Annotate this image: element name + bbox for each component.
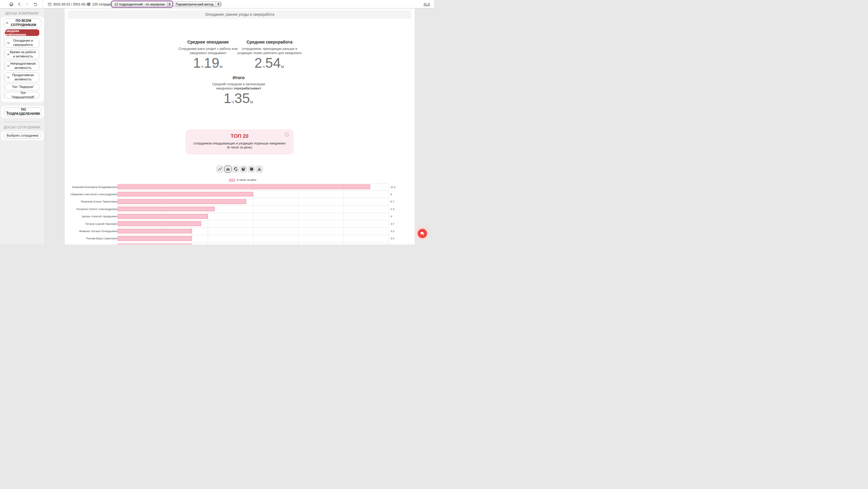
person-icon <box>87 2 91 6</box>
pie-chart-icon[interactable] <box>240 166 247 172</box>
chevron-down-icon <box>6 111 8 113</box>
chevron-down-icon <box>7 42 10 44</box>
calendar-icon <box>48 2 52 6</box>
total-card: Итого Средний сотрудник в организации еж… <box>201 75 276 105</box>
top20-subtitle: сотрудников опаздывающих и уходящих пора… <box>185 141 294 145</box>
sidebar-item-productive[interactable]: Продуктивная активность <box>5 72 39 82</box>
help-icon-departments[interactable]: ? <box>167 2 170 6</box>
row-separator <box>118 190 389 191</box>
page-title: Опоздания, ранние уходы и сверхработа <box>68 10 411 19</box>
sidebar-item-unproductive[interactable]: Непродуктивная активность <box>5 61 39 71</box>
total-subtitle: Средний сотрудник в организации <box>201 82 276 87</box>
row-separator <box>118 213 389 213</box>
row-separator <box>118 220 389 220</box>
sidebar-item-by-departments[interactable]: ПО ПОДРАЗДЕЛЕНИЯМ <box>4 107 41 117</box>
avg-lateness-value: 1 ч 19 м <box>173 56 243 70</box>
legend-swatch <box>229 179 235 182</box>
chevron-up-icon <box>6 22 8 24</box>
toolbar: 2021-02-01 / 2021-02-28 120 сотрудников … <box>0 0 434 8</box>
row-label: Петренко Олеся Александровна <box>65 208 117 210</box>
help-icon-method[interactable]: ? <box>218 2 222 6</box>
row-value: 3.3 <box>391 230 394 233</box>
back-icon[interactable] <box>18 2 21 6</box>
bar <box>118 214 208 219</box>
departments-select[interactable]: 12 подразделений - по иерархии <box>112 1 173 7</box>
row-separator <box>118 198 389 198</box>
by-departments-panel: ПО ПОДРАЗДЕЛЕНИЯМ <box>1 106 44 118</box>
row-value: 5.7 <box>391 200 394 203</box>
row-value: 6 <box>391 193 392 196</box>
gridline <box>253 183 253 244</box>
row-separator <box>118 242 389 242</box>
exploded-pie-chart-icon[interactable] <box>248 166 255 172</box>
avg-lateness-card: Среднее опоздание Сотрудники рано уходят… <box>173 40 243 70</box>
app-window: 2021-02-01 / 2021-02-28 120 сотрудников … <box>0 0 434 244</box>
row-separator <box>118 183 389 184</box>
row-value: 4.3 <box>391 208 394 210</box>
chevron-down-icon <box>7 54 10 55</box>
row-separator <box>118 235 389 235</box>
forward-icon[interactable] <box>25 2 29 6</box>
bar <box>118 184 370 189</box>
method-select[interactable]: Параметрический метод <box>173 1 221 7</box>
departments-select-value: 12 подразделений - по иерархии <box>114 2 165 6</box>
row-separator <box>118 227 389 228</box>
toolbar-divider <box>42 0 43 8</box>
top20-title: ТОП 20 <box>185 133 294 139</box>
sidebar-item-worktime[interactable]: Время на работе и активность <box>5 49 39 59</box>
bar <box>118 243 192 244</box>
row-value: 3.3 <box>391 237 394 240</box>
chat-icon <box>418 229 427 238</box>
pyramid-chart-icon[interactable] <box>256 166 263 172</box>
gridline <box>298 183 299 244</box>
home-icon[interactable] <box>9 2 13 6</box>
row-label: Попова Вера Саматовна <box>65 237 117 240</box>
avg-overwork-subtitle: сотрудников, приходящих раньше и <box>235 47 305 51</box>
row-label: Щепин Алексей Аркадьевич <box>65 215 117 218</box>
line-chart-icon[interactable] <box>217 166 223 172</box>
chevron-down-icon <box>7 76 10 78</box>
sidebar-item-top-violators[interactable]: Топ "Нарушителей" <box>5 92 39 99</box>
undo-icon[interactable] <box>33 2 38 6</box>
row-value: 11.2 <box>391 186 396 189</box>
bar <box>118 236 192 241</box>
row-value: 3.7 <box>391 222 394 225</box>
all-employees-panel: ПО ВСЕМ СОТРУДНИКАМ Сводная информация О… <box>1 17 44 102</box>
export-xls-link[interactable]: XLS <box>424 2 430 6</box>
sidebar: ДОСЬЕ КОМПАНИИ: ПО ВСЕМ СОТРУДНИКАМ Свод… <box>0 8 45 244</box>
doughnut-chart-icon[interactable] <box>232 166 239 172</box>
select-employee-button[interactable]: Выбрать сотрудника <box>4 133 41 139</box>
total-title: Итого <box>201 75 276 80</box>
departments-select-highlight: 12 подразделений - по иерархии <box>111 0 173 8</box>
tree-indent-line <box>4 29 4 99</box>
legend-label: в часах за день <box>237 178 256 181</box>
bar <box>118 192 253 197</box>
sidebar-item-lateness[interactable]: Опоздания и сверхработа <box>5 38 39 48</box>
bar <box>118 199 246 204</box>
chevron-down-icon <box>7 65 10 67</box>
chat-button[interactable] <box>415 227 429 240</box>
gridline <box>388 183 389 244</box>
row-label: Абрамова Анастасия Александровна <box>65 193 117 196</box>
row-label: Яковлева Елена Тариеловна <box>65 200 117 203</box>
bar <box>118 221 201 226</box>
row-label: Фоменко Оксана Геннадьевна <box>65 230 117 233</box>
date-range[interactable]: 2021-02-01 / 2021-02-28 <box>53 2 90 6</box>
employee-dossier-label: ДОСЬЕ СОТРУДНИКА: <box>0 125 45 129</box>
row-label: Петров Сергей Павлович <box>65 222 117 225</box>
bar <box>118 229 192 234</box>
avg-overwork-title: Средняя сверхработа <box>235 40 305 44</box>
sidebar-item-summary[interactable]: Сводная информация <box>5 29 39 36</box>
method-select-value: Параметрический метод <box>176 2 214 6</box>
row-separator <box>118 205 389 205</box>
gridline <box>343 183 344 244</box>
bar-chart-icon[interactable] <box>224 166 231 172</box>
select-employee-panel: Выбрать сотрудника <box>1 131 44 140</box>
row-value: 4 <box>391 215 392 218</box>
sidebar-divider <box>3 122 42 122</box>
avg-overwork-card: Средняя сверхработа сотрудников, приходя… <box>235 40 305 70</box>
sidebar-item-top-leaders[interactable]: Топ "Лидеров" <box>5 84 39 90</box>
sidebar-item-all-employees[interactable]: ПО ВСЕМ СОТРУДНИКАМ <box>4 19 41 28</box>
info-icon[interactable]: i <box>285 133 289 137</box>
top20-banner: i ТОП 20 сотрудников опаздывающих и уход… <box>185 129 294 155</box>
